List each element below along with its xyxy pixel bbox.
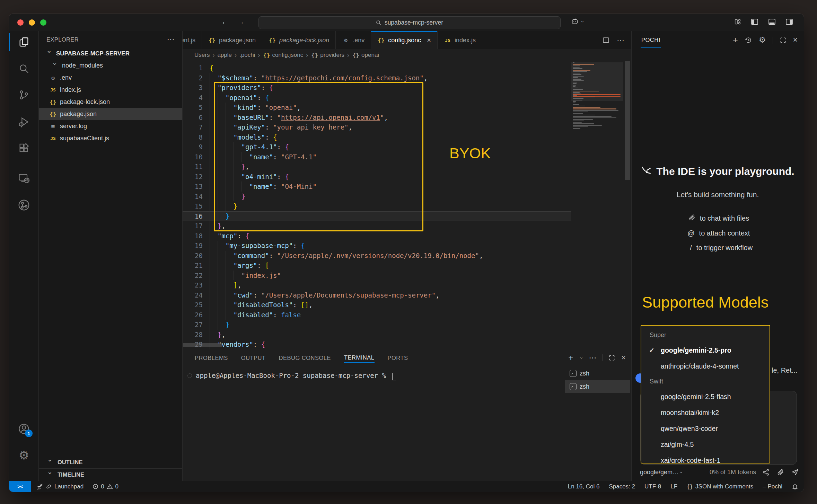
code-token: , [221,222,225,230]
remote-explorer-icon[interactable] [9,169,39,187]
customize-layout-icon[interactable] [734,18,741,26]
panel-tab-ports[interactable]: PORTS [387,353,408,363]
share-icon[interactable] [762,469,770,476]
back-arrow-icon[interactable]: ← [221,17,229,26]
editor-tab[interactable]: {}package-lock.json [262,31,336,49]
check-icon: ✓ [649,346,661,354]
launchpad-status-item[interactable]: Launchpad [37,483,84,490]
explorer-icon[interactable] [9,33,39,51]
model-option[interactable]: ✓google/gemini-2.5-pro [641,342,770,358]
breadcrumb-item[interactable]: {}openai [352,52,379,59]
accounts-icon[interactable]: 1 [9,420,39,438]
new-chat-icon[interactable]: + [733,35,738,45]
settings-gear-icon[interactable]: ⚙ [9,446,39,464]
panel-tab-terminal[interactable]: TERMINAL [344,353,375,363]
token-usage: 0% of 1M tokens [710,469,756,476]
status-item[interactable]: – Pochi [763,483,782,490]
notifications-bell-icon[interactable] [792,483,798,490]
attach-paperclip-icon[interactable] [777,469,784,476]
status-item[interactable]: Spaces: 2 [609,483,635,490]
run-debug-icon[interactable] [9,113,39,131]
breadcrumb-item[interactable]: Users [194,52,210,59]
history-icon[interactable] [745,36,752,44]
terminal-dropdown-icon[interactable]: › [579,357,585,359]
new-terminal-icon[interactable]: + [568,353,573,363]
command-center-search[interactable]: supabase-mcp-server [258,16,561,29]
model-option[interactable]: zai/glm-4.5 [641,436,770,452]
minimap-line [573,71,587,72]
panel-tab-debug-console[interactable]: DEBUG CONSOLE [279,353,331,363]
editor-tab[interactable]: {}config.jsonc× [371,31,438,49]
close-tab-icon[interactable]: × [427,36,431,44]
source-control-icon[interactable] [9,86,39,104]
minimize-window-button[interactable] [29,19,35,26]
workspace-root-folder[interactable]: › SUPABASE-MCP-SERVER [39,48,182,60]
vertical-scrollbar[interactable] [625,61,630,180]
expand-panel-icon[interactable] [780,37,787,44]
zoom-window-button[interactable] [40,19,46,26]
terminal[interactable]: apple@Apples-MacBook-Pro-2 supabase-mcp-… [187,372,396,379]
model-option[interactable]: xai/grok-code-fast-1 [641,452,770,463]
panel-more-actions-icon[interactable]: ⋯ [589,353,596,362]
editor-tab[interactable]: JSindex.js [438,31,482,49]
horizontal-scrollbar[interactable] [183,343,222,347]
close-panel-icon[interactable]: × [621,353,626,362]
close-pochi-panel-icon[interactable]: × [793,35,798,45]
file-item[interactable]: {}package.json [39,108,182,120]
explorer-sidebar: EXPLORER ⋯ › SUPABASE-MCP-SERVER ›node_m… [39,31,183,481]
send-icon[interactable] [791,468,799,476]
outline-section[interactable]: › OUTLINE [39,456,182,468]
more-actions-icon[interactable]: ⋯ [617,36,624,45]
indent-guide [234,162,241,172]
editor-tab[interactable]: ⚙.env [336,31,371,49]
editor-tab[interactable]: {}package.json [202,31,262,49]
copilot-menu[interactable]: › [571,18,584,25]
pochi-settings-gear-icon[interactable]: ⚙ [759,35,766,45]
file-item[interactable]: ⚙.env [39,72,182,84]
breadcrumb-item[interactable]: .pochi [239,52,255,59]
timeline-section[interactable]: › TIMELINE [39,468,182,481]
file-item[interactable]: JSindex.js [39,84,182,96]
extensions-icon[interactable] [9,139,39,157]
explorer-more-actions-icon[interactable]: ⋯ [167,35,175,44]
breadcrumb-item[interactable]: {}providers [311,52,344,59]
indent-guide [226,172,234,182]
status-item[interactable]: LF [670,483,677,490]
code-line: 23], [183,280,571,290]
model-selector[interactable]: google/gem…› [640,469,683,476]
toggle-secondary-sidebar-icon[interactable] [785,18,793,26]
minimap[interactable] [571,62,623,201]
problems-status-item[interactable]: 0 0 [93,483,118,490]
code-editor[interactable]: 1{2"$schema": "https://getpochi.com/conf… [183,61,631,350]
toggle-panel-icon[interactable] [768,18,776,26]
pochi-sidebar-icon[interactable] [9,196,39,214]
model-option[interactable]: moonshotai/kimi-k2 [641,405,770,421]
panel-tab-problems[interactable]: PROBLEMS [194,353,228,363]
model-option[interactable]: qwen/qwen3-coder [641,421,770,436]
remote-indicator[interactable]: >< [9,481,31,492]
terminal-list-item[interactable]: >_zsh [565,367,630,380]
breadcrumb-item[interactable]: apple [217,52,232,59]
split-editor-icon[interactable] [602,36,610,44]
file-item[interactable]: ≡server.log [39,120,182,132]
indent-guide [210,280,218,290]
file-item[interactable]: {}package-lock.json [39,96,182,108]
panel-tab-output[interactable]: OUTPUT [241,353,266,363]
model-option[interactable]: google/gemini-2.5-flash [641,389,770,405]
close-window-button[interactable] [17,19,24,26]
file-item[interactable]: ›node_modules [39,60,182,72]
status-item[interactable]: {}JSON with Comments [687,483,753,490]
breadcrumb-item[interactable]: {}config.jsonc [263,52,303,59]
toggle-primary-sidebar-icon[interactable] [750,18,759,26]
terminal-list-item[interactable]: >_zsh [565,380,630,393]
status-item[interactable]: Ln 16, Col 6 [568,483,600,490]
model-option[interactable]: anthropic/claude-4-sonnet [641,358,770,374]
maximize-panel-icon[interactable] [608,354,615,361]
forward-arrow-icon[interactable]: → [237,17,245,26]
editor-tab[interactable]: ent.js [183,31,202,49]
status-item[interactable]: UTF-8 [644,483,661,490]
pochi-tab[interactable]: POCHI [641,32,661,48]
line-number: 13 [183,182,210,192]
search-sidebar-icon[interactable] [9,60,39,78]
file-item[interactable]: JSsupabaseClient.js [39,132,182,144]
